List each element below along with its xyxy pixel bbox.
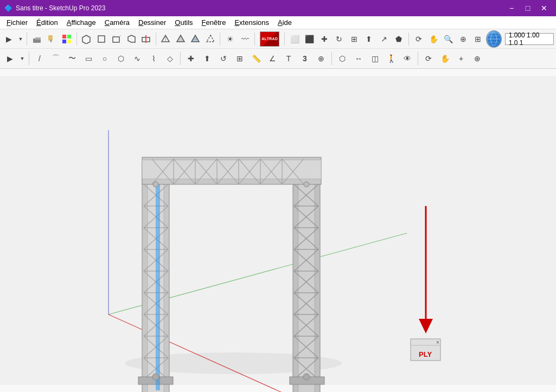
tool-curve[interactable]: ∿ [130,51,145,66]
tool-zoomext2[interactable]: ⊕ [470,51,485,66]
svg-rect-9 [98,36,105,42]
menu-fichier[interactable]: Fichier [2,16,32,29]
svg-marker-8 [82,35,90,44]
tool-circle[interactable]: ○ [97,51,112,66]
svg-rect-4 [62,35,66,38]
tool-dimensions[interactable]: ↔ [351,51,366,66]
navigation-globe[interactable] [486,30,502,48]
tool-3dtext[interactable]: 3 [297,51,312,66]
menu-extensions[interactable]: Extensions [230,16,273,29]
separator-3 [156,33,156,46]
menu-outils[interactable]: Outils [170,16,197,29]
tool-scale[interactable]: ⊞ [347,31,361,47]
tool-paint[interactable] [45,31,59,47]
tool-rotate2[interactable]: ↺ [216,51,231,66]
tool-scale2[interactable]: ⊞ [232,51,247,66]
maximize-button[interactable]: □ [520,1,535,16]
tool-freehand[interactable]: 〜 [65,51,80,66]
tool-orbit2[interactable]: ⟳ [421,51,436,66]
truss-drawing: × PLY [0,69,556,392]
svg-marker-18 [177,35,184,42]
tool-components[interactable]: ⬜ [287,31,301,47]
tool-move2[interactable]: ✚ [183,51,199,66]
separator-1 [27,33,27,46]
tool-bezier[interactable]: ⌇ [146,51,161,66]
measurement-value: 1.000 1.00 1.0 1 [509,31,551,47]
menu-camera[interactable]: Caméra [100,16,134,29]
menu-fenetre[interactable]: Fenêtre [197,16,231,29]
tool-zoom-window[interactable]: ⊕ [456,31,470,47]
menu-affichage[interactable]: Affichage [62,16,100,29]
menu-aide[interactable]: Aide [273,16,296,29]
tool-xray[interactable] [203,31,217,47]
tool-line[interactable]: / [32,51,47,66]
menu-dessiner[interactable]: Dessiner [134,16,170,29]
toolbar-container: ▶ ▼ [0,29,556,69]
menu-bar: Fichier Édition Affichage Caméra Dessine… [0,16,556,29]
tool-shape2[interactable]: ◇ [162,51,177,66]
separator-altrad [284,33,285,46]
menu-edition[interactable]: Édition [32,16,62,29]
tool-followme[interactable]: ↗ [377,31,391,47]
svg-marker-13 [128,35,135,42]
tool-select2[interactable]: ▶ [2,51,17,66]
measurement-display: 1.000 1.00 1.0 1 [505,33,554,45]
tool-angle[interactable]: ∠ [265,51,280,66]
tool-eraser[interactable] [30,31,43,47]
tool-tape[interactable]: 📏 [248,51,264,66]
tool-pan2[interactable]: ✋ [437,51,452,66]
tool-shadows[interactable]: ☀ [223,31,237,47]
tool-zoom2[interactable]: + [453,51,469,66]
separator-5 [254,33,255,46]
tool-view-front[interactable] [109,31,123,47]
tool-axis[interactable]: ⊕ [314,51,329,66]
separator-6 [408,33,409,46]
tool-wireframe[interactable] [159,31,172,47]
tool-lookaround[interactable]: 👁 [400,51,415,66]
tool-select2-drop[interactable]: ▼ [18,51,26,66]
tool-views-iso[interactable] [79,31,93,47]
svg-rect-6 [62,40,66,43]
tool-orbit[interactable]: ⟳ [412,31,425,47]
svg-point-115 [152,374,159,380]
svg-rect-10 [113,37,119,42]
minimize-button[interactable]: − [504,1,519,16]
tool-groups[interactable]: ⬛ [303,31,316,47]
tool-fog[interactable]: 〰 [238,31,252,47]
separator-4 [220,33,220,46]
svg-point-114 [304,182,309,187]
app-title-text: Sans titre - SketchUp Pro 2023 [16,4,105,12]
viewport[interactable]: × PLY [0,69,556,392]
tool-pushpull2[interactable]: ⬆ [200,51,215,66]
tool-shaded[interactable] [174,31,187,47]
tool-select[interactable]: ▶ [2,31,16,47]
tool-color[interactable] [60,31,73,47]
tool-rotate[interactable]: ↻ [333,31,346,47]
tool-offset[interactable]: ⬟ [392,31,406,47]
tool-view-right[interactable] [124,31,138,47]
close-button[interactable]: ✕ [536,1,552,16]
tool-pan[interactable]: ✋ [426,31,440,47]
tool-walkthru[interactable]: 🚶 [384,51,399,66]
title-bar: 🔷 Sans titre - SketchUp Pro 2023 − □ ✕ [0,0,556,16]
svg-rect-5 [67,35,71,38]
tool-section[interactable] [139,31,152,47]
tool-arc[interactable]: ⌒ [48,51,63,66]
tool-rect[interactable]: ▭ [81,51,96,66]
tool-section2[interactable]: ◫ [367,51,382,66]
tool-view-top[interactable] [94,31,108,47]
sep2-2 [180,52,181,65]
tool-shaded-texture[interactable] [189,31,202,47]
tool-move[interactable]: ✚ [317,31,331,47]
svg-text:PLY: PLY [419,350,432,358]
svg-point-116 [303,374,310,380]
tool-zoom-extents[interactable]: ⊞ [471,31,485,47]
svg-text:×: × [436,339,439,345]
tool-zoom[interactable]: 🔍 [442,31,455,47]
tool-select-dropdown[interactable]: ▼ [17,31,24,47]
tool-polygon[interactable]: ⬡ [113,51,129,66]
tool-component[interactable]: ⬡ [335,51,350,66]
tool-pushpull[interactable]: ⬆ [362,31,376,47]
tool-text[interactable]: T [281,51,296,66]
sep2-3 [331,52,332,65]
